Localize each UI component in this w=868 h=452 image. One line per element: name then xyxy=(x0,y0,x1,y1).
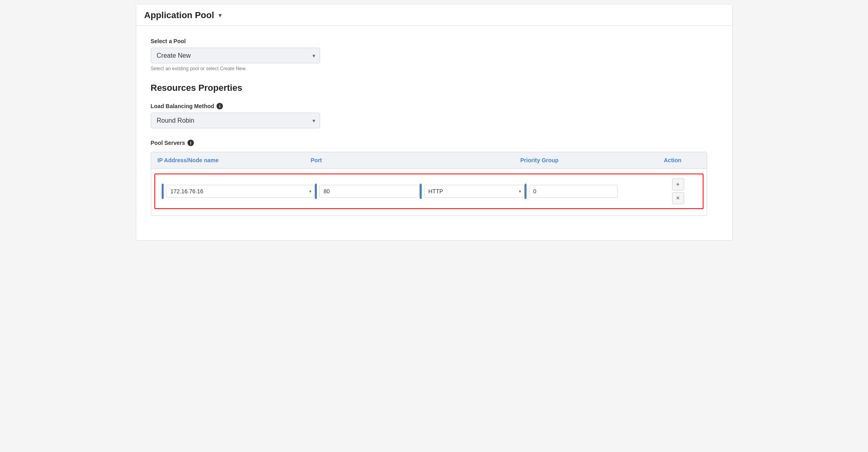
load-balancing-dropdown[interactable]: Round RobinLeast ConnectionsRandom xyxy=(151,113,320,128)
select-pool-wrapper: Create NewPool 1Pool 2 ▾ xyxy=(151,48,320,63)
ip-blue-bar xyxy=(162,184,164,199)
ip-select-wrapper: 172.16.76.16 ▾ xyxy=(166,185,315,198)
protocol-cell: HTTPHTTPSTCP ▾ xyxy=(420,184,525,199)
select-pool-section: Select a Pool Create NewPool 1Pool 2 ▾ S… xyxy=(151,38,718,71)
load-balancing-section: Load Balancing Method i Round RobinLeast… xyxy=(151,103,718,128)
col-header-ip: IP Address/Node name xyxy=(158,156,311,164)
page-title: Application Pool xyxy=(144,10,214,21)
protocol-blue-bar xyxy=(420,184,422,199)
col-header-action: Action xyxy=(664,156,700,164)
pool-servers-label: Pool Servers i xyxy=(151,140,718,146)
priority-cell xyxy=(525,184,660,199)
page-header: Application Pool ▼ xyxy=(136,4,732,26)
header-chevron-icon[interactable]: ▼ xyxy=(217,12,223,19)
resources-heading: Resources Properties xyxy=(151,83,718,93)
port-cell xyxy=(315,184,420,199)
ip-dropdown[interactable]: 172.16.76.16 xyxy=(166,185,315,198)
add-row-button[interactable]: + xyxy=(672,178,684,190)
col-header-port: Port xyxy=(311,156,416,164)
load-balancing-wrapper: Round RobinLeast ConnectionsRandom ▾ xyxy=(151,113,320,128)
load-balancing-label: Load Balancing Method i xyxy=(151,103,718,109)
select-pool-dropdown[interactable]: Create NewPool 1Pool 2 xyxy=(151,48,320,63)
port-input[interactable] xyxy=(319,185,420,198)
action-cell: + × xyxy=(660,178,696,204)
pool-servers-section: Pool Servers i IP Address/Node name Port… xyxy=(151,140,718,216)
protocol-select-wrapper: HTTPHTTPSTCP ▾ xyxy=(424,185,525,198)
port-blue-bar xyxy=(315,184,317,199)
content-area: Select a Pool Create NewPool 1Pool 2 ▾ S… xyxy=(136,26,732,228)
select-pool-hint: Select an existing pool or select Create… xyxy=(151,66,718,71)
pool-servers-table: IP Address/Node name Port Priority Group… xyxy=(151,152,707,216)
col-header-priority: Priority Group xyxy=(520,156,664,164)
protocol-dropdown[interactable]: HTTPHTTPSTCP xyxy=(424,185,525,198)
load-balancing-info-icon[interactable]: i xyxy=(216,103,223,109)
table-body: 172.16.76.16 ▾ xyxy=(151,169,707,216)
priority-blue-bar xyxy=(525,184,527,199)
ip-cell: 172.16.76.16 ▾ xyxy=(162,184,315,199)
table-header: IP Address/Node name Port Priority Group… xyxy=(151,152,707,169)
col-header-protocol xyxy=(416,156,520,164)
remove-row-button[interactable]: × xyxy=(672,192,684,204)
priority-input[interactable] xyxy=(529,185,618,198)
table-row: 172.16.76.16 ▾ xyxy=(154,174,704,209)
select-pool-label: Select a Pool xyxy=(151,38,718,44)
pool-servers-info-icon[interactable]: i xyxy=(187,140,194,146)
